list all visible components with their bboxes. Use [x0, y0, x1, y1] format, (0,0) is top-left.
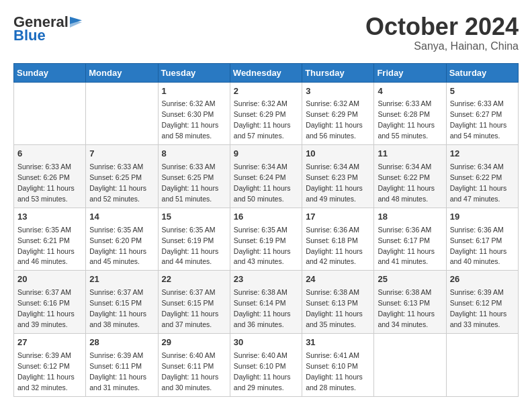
weekday-header-cell: Friday [374, 63, 446, 82]
day-info: Sunrise: 6:41 AMSunset: 6:10 PMDaylight:… [306, 351, 363, 392]
weekday-header-cell: Wednesday [230, 63, 302, 82]
day-info: Sunrise: 6:36 AMSunset: 6:18 PMDaylight:… [306, 226, 363, 266]
weekday-header-cell: Monday [86, 63, 158, 82]
calendar-day-cell: 11Sunrise: 6:34 AMSunset: 6:22 PMDayligh… [374, 145, 446, 208]
day-info: Sunrise: 6:37 AMSunset: 6:15 PMDaylight:… [89, 288, 146, 328]
day-number: 19 [450, 211, 515, 224]
day-info: Sunrise: 6:34 AMSunset: 6:22 PMDaylight:… [450, 163, 507, 203]
day-info: Sunrise: 6:39 AMSunset: 6:12 PMDaylight:… [450, 288, 507, 328]
calendar-week-row: 20Sunrise: 6:37 AMSunset: 6:16 PMDayligh… [14, 271, 519, 334]
page-header: General Blue October 2024 Sanya, Hainan,… [13, 13, 519, 52]
day-number: 17 [306, 211, 370, 224]
day-number: 20 [17, 273, 82, 286]
day-number: 14 [89, 211, 154, 224]
day-info: Sunrise: 6:33 AMSunset: 6:25 PMDaylight:… [162, 163, 219, 203]
day-info: Sunrise: 6:36 AMSunset: 6:17 PMDaylight:… [450, 226, 507, 266]
day-info: Sunrise: 6:38 AMSunset: 6:14 PMDaylight:… [234, 288, 291, 328]
day-info: Sunrise: 6:33 AMSunset: 6:25 PMDaylight:… [89, 163, 146, 203]
calendar-day-cell: 2Sunrise: 6:32 AMSunset: 6:29 PMDaylight… [230, 82, 302, 145]
day-number: 13 [17, 211, 82, 224]
day-number: 2 [234, 85, 298, 98]
day-info: Sunrise: 6:33 AMSunset: 6:26 PMDaylight:… [17, 163, 75, 203]
day-info: Sunrise: 6:39 AMSunset: 6:11 PMDaylight:… [89, 351, 146, 392]
calendar-day-cell: 6Sunrise: 6:33 AMSunset: 6:26 PMDaylight… [14, 145, 86, 208]
logo-flag-icon [70, 16, 82, 28]
calendar-day-cell: 29Sunrise: 6:40 AMSunset: 6:11 PMDayligh… [158, 333, 230, 396]
day-info: Sunrise: 6:36 AMSunset: 6:17 PMDaylight:… [378, 226, 435, 266]
calendar-day-cell [374, 333, 446, 396]
calendar-day-cell: 22Sunrise: 6:37 AMSunset: 6:15 PMDayligh… [158, 271, 230, 334]
day-info: Sunrise: 6:37 AMSunset: 6:16 PMDaylight:… [17, 288, 75, 328]
calendar-table: SundayMondayTuesdayWednesdayThursdayFrid… [13, 63, 519, 397]
month-title-block: October 2024 Sanya, Hainan, China [365, 13, 519, 52]
calendar-day-cell: 19Sunrise: 6:36 AMSunset: 6:17 PMDayligh… [446, 208, 518, 271]
logo-blue-text: Blue [13, 27, 46, 44]
calendar-day-cell: 8Sunrise: 6:33 AMSunset: 6:25 PMDaylight… [158, 145, 230, 208]
calendar-day-cell [14, 82, 86, 145]
weekday-header-row: SundayMondayTuesdayWednesdayThursdayFrid… [14, 63, 519, 82]
day-info: Sunrise: 6:34 AMSunset: 6:22 PMDaylight:… [378, 163, 435, 203]
calendar-day-cell [446, 333, 518, 396]
day-info: Sunrise: 6:35 AMSunset: 6:19 PMDaylight:… [234, 226, 291, 266]
day-number: 5 [450, 85, 515, 98]
day-number: 8 [162, 148, 226, 161]
day-info: Sunrise: 6:33 AMSunset: 6:27 PMDaylight:… [450, 99, 507, 140]
calendar-day-cell: 31Sunrise: 6:41 AMSunset: 6:10 PMDayligh… [302, 333, 374, 396]
svg-marker-1 [70, 20, 82, 28]
weekday-header-cell: Thursday [302, 63, 374, 82]
weekday-header-cell: Sunday [14, 63, 86, 82]
day-info: Sunrise: 6:34 AMSunset: 6:23 PMDaylight:… [306, 163, 363, 203]
calendar-week-row: 6Sunrise: 6:33 AMSunset: 6:26 PMDaylight… [14, 145, 519, 208]
day-number: 7 [89, 148, 154, 161]
day-number: 25 [378, 273, 442, 286]
day-number: 21 [89, 273, 154, 286]
calendar-day-cell: 14Sunrise: 6:35 AMSunset: 6:20 PMDayligh… [86, 208, 158, 271]
location-heading: Sanya, Hainan, China [365, 40, 519, 52]
calendar-day-cell: 27Sunrise: 6:39 AMSunset: 6:12 PMDayligh… [14, 333, 86, 396]
calendar-day-cell: 28Sunrise: 6:39 AMSunset: 6:11 PMDayligh… [86, 333, 158, 396]
month-year-heading: October 2024 [365, 13, 519, 40]
day-info: Sunrise: 6:35 AMSunset: 6:21 PMDaylight:… [17, 226, 75, 266]
day-number: 28 [89, 336, 154, 349]
day-info: Sunrise: 6:37 AMSunset: 6:15 PMDaylight:… [162, 288, 219, 328]
calendar-week-row: 13Sunrise: 6:35 AMSunset: 6:21 PMDayligh… [14, 208, 519, 271]
calendar-week-row: 1Sunrise: 6:32 AMSunset: 6:30 PMDaylight… [14, 82, 519, 145]
calendar-day-cell: 5Sunrise: 6:33 AMSunset: 6:27 PMDaylight… [446, 82, 518, 145]
day-number: 10 [306, 148, 370, 161]
calendar-day-cell: 16Sunrise: 6:35 AMSunset: 6:19 PMDayligh… [230, 208, 302, 271]
day-number: 31 [306, 336, 370, 349]
calendar-day-cell: 15Sunrise: 6:35 AMSunset: 6:19 PMDayligh… [158, 208, 230, 271]
calendar-day-cell: 4Sunrise: 6:33 AMSunset: 6:28 PMDaylight… [374, 82, 446, 145]
calendar-day-cell [86, 82, 158, 145]
day-number: 15 [162, 211, 226, 224]
day-number: 12 [450, 148, 515, 161]
logo: General Blue [13, 13, 82, 44]
calendar-day-cell: 23Sunrise: 6:38 AMSunset: 6:14 PMDayligh… [230, 271, 302, 334]
day-number: 18 [378, 211, 442, 224]
day-info: Sunrise: 6:40 AMSunset: 6:10 PMDaylight:… [234, 351, 291, 392]
day-info: Sunrise: 6:32 AMSunset: 6:30 PMDaylight:… [162, 99, 219, 140]
calendar-day-cell: 20Sunrise: 6:37 AMSunset: 6:16 PMDayligh… [14, 271, 86, 334]
day-info: Sunrise: 6:38 AMSunset: 6:13 PMDaylight:… [306, 288, 363, 328]
calendar-body: 1Sunrise: 6:32 AMSunset: 6:30 PMDaylight… [14, 82, 519, 396]
day-number: 3 [306, 85, 370, 98]
day-number: 11 [378, 148, 442, 161]
day-info: Sunrise: 6:35 AMSunset: 6:19 PMDaylight:… [162, 226, 219, 266]
day-info: Sunrise: 6:40 AMSunset: 6:11 PMDaylight:… [162, 351, 219, 392]
calendar-day-cell: 25Sunrise: 6:38 AMSunset: 6:13 PMDayligh… [374, 271, 446, 334]
calendar-day-cell: 24Sunrise: 6:38 AMSunset: 6:13 PMDayligh… [302, 271, 374, 334]
weekday-header-cell: Saturday [446, 63, 518, 82]
day-number: 9 [234, 148, 298, 161]
day-number: 30 [234, 336, 298, 349]
calendar-day-cell: 10Sunrise: 6:34 AMSunset: 6:23 PMDayligh… [302, 145, 374, 208]
calendar-day-cell: 30Sunrise: 6:40 AMSunset: 6:10 PMDayligh… [230, 333, 302, 396]
day-number: 22 [162, 273, 226, 286]
calendar-day-cell: 26Sunrise: 6:39 AMSunset: 6:12 PMDayligh… [446, 271, 518, 334]
day-number: 27 [17, 336, 82, 349]
calendar-day-cell: 12Sunrise: 6:34 AMSunset: 6:22 PMDayligh… [446, 145, 518, 208]
calendar-day-cell: 21Sunrise: 6:37 AMSunset: 6:15 PMDayligh… [86, 271, 158, 334]
day-info: Sunrise: 6:32 AMSunset: 6:29 PMDaylight:… [234, 99, 291, 140]
calendar-day-cell: 9Sunrise: 6:34 AMSunset: 6:24 PMDaylight… [230, 145, 302, 208]
day-number: 24 [306, 273, 370, 286]
day-info: Sunrise: 6:32 AMSunset: 6:29 PMDaylight:… [306, 99, 363, 140]
